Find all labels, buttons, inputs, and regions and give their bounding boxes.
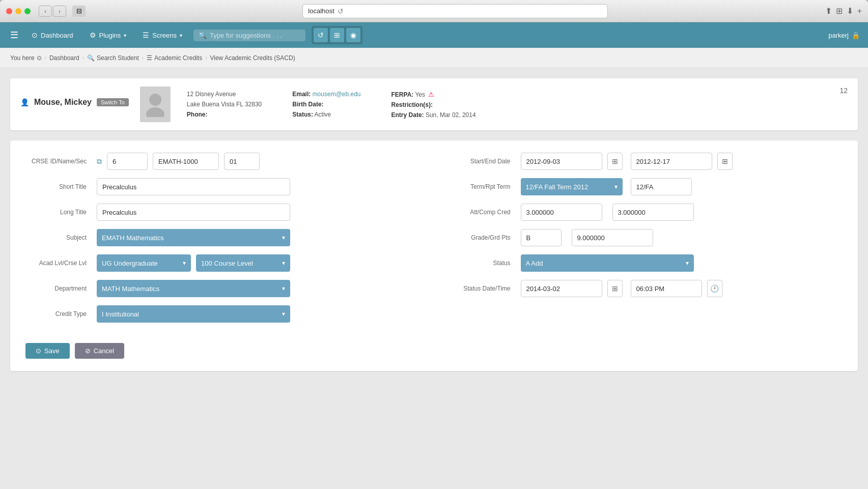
search-input[interactable]	[210, 32, 291, 39]
status-label: Status	[450, 260, 516, 267]
bc-academic-credits[interactable]: ☰ Academic Credits	[147, 54, 202, 62]
subject-row: Subject EMATH Mathematics	[25, 229, 419, 246]
student-name-section: 👤 Mouse, Mickey Switch To	[20, 98, 129, 107]
download-button[interactable]: ⬇	[847, 6, 853, 16]
search-icon: 🔍	[199, 32, 207, 39]
nav-screens[interactable]: ☰ Screens ▾	[137, 28, 187, 42]
att-cred-input[interactable]	[521, 204, 602, 221]
forward-button[interactable]: ›	[53, 6, 66, 17]
bc-credits-text: Academic Credits	[154, 54, 202, 62]
end-date-input[interactable]	[631, 153, 712, 170]
att-comp-row: Att/Comp Cred	[450, 204, 843, 221]
credit-type-select[interactable]: I Institutional	[97, 305, 290, 323]
start-date-calendar-btn[interactable]: ⊞	[607, 153, 623, 170]
form-left-col: CRSE ID/Name/Sec ⧉ Short Title Long Titl…	[25, 153, 419, 331]
acad-lvl-select[interactable]: UG Undergraduate	[97, 254, 191, 272]
nav-tool-refresh[interactable]: ↺	[314, 28, 328, 42]
refresh-button[interactable]: ↺	[338, 7, 344, 15]
tab-view-button[interactable]: ⊟	[72, 6, 86, 17]
student-ferpa-col: FERPA: Yes ⚠ Restriction(s): Entry Date:…	[391, 91, 476, 119]
app-nav: ☰ ⊙ Dashboard ⚙ Plugins ▾ ☰ Screens ▾ 🔍 …	[0, 22, 868, 48]
screens-icon: ☰	[143, 31, 149, 39]
student-name: Mouse, Mickey	[34, 98, 92, 107]
crse-id-input[interactable]	[107, 153, 148, 170]
share-button[interactable]: ⬆	[825, 6, 832, 16]
student-card: 👤 Mouse, Mickey Switch To 12 Disney Aven…	[10, 78, 858, 130]
credit-type-select-wrapper[interactable]: I Institutional	[97, 305, 290, 323]
person-icon: 👤	[20, 98, 29, 106]
status-time-clock-btn[interactable]: 🕐	[707, 280, 722, 297]
short-title-input[interactable]	[97, 178, 290, 195]
phone-label: Phone:	[187, 111, 208, 118]
nav-plugins[interactable]: ⚙ Plugins ▾	[85, 28, 132, 42]
rpt-term-input[interactable]	[631, 178, 692, 195]
nav-dashboard[interactable]: ⊙ Dashboard	[26, 28, 78, 42]
close-button[interactable]	[6, 8, 12, 14]
ferpa-row: FERPA: Yes ⚠	[391, 91, 476, 98]
maximize-button[interactable]	[24, 8, 31, 14]
bc-dashboard-text: Dashboard	[49, 54, 79, 62]
bc-you-here-text: You here	[10, 54, 35, 62]
status-select-wrapper[interactable]: A Add	[521, 254, 694, 272]
nav-tool-circle[interactable]: ◉	[346, 28, 360, 42]
credit-type-row: Credit Type I Institutional	[25, 305, 419, 323]
grade-pts-label: Grade/Grd Pts	[450, 234, 516, 241]
comp-cred-input[interactable]	[612, 204, 694, 221]
acad-lvl-row: Acad Lvl/Crse Lvl UG Undergraduate 100 C…	[25, 254, 419, 272]
status-select[interactable]: A Add	[521, 254, 694, 272]
bc-dashboard[interactable]: Dashboard	[49, 54, 79, 62]
crse-sec-input[interactable]	[224, 153, 260, 170]
start-date-input[interactable]	[521, 153, 602, 170]
switch-to-button[interactable]: Switch To	[97, 98, 129, 106]
minimize-button[interactable]	[15, 8, 21, 14]
crse-label: CRSE ID/Name/Sec	[25, 158, 92, 165]
nav-user[interactable]: parkerj 🔒	[828, 32, 860, 39]
status-date-input[interactable]	[521, 280, 602, 297]
window-tiles-button[interactable]: ⊞	[836, 6, 843, 16]
copy-icon[interactable]: ⧉	[97, 157, 102, 166]
department-select[interactable]: MATH Mathematics	[97, 280, 290, 297]
cancel-button[interactable]: ⊘ Cancel	[75, 343, 124, 359]
crse-row: CRSE ID/Name/Sec ⧉	[25, 153, 419, 170]
grd-pts-input[interactable]	[572, 229, 653, 246]
back-button[interactable]: ‹	[39, 6, 52, 17]
bc-you-here: You here ⊙	[10, 54, 42, 62]
status-time-input[interactable]	[631, 280, 702, 297]
end-date-calendar-btn[interactable]: ⊞	[717, 153, 733, 170]
subject-select-wrapper[interactable]: EMATH Mathematics	[97, 229, 290, 246]
restrictions-label: Restriction(s):	[391, 101, 433, 108]
url-bar[interactable]: localhost ↺	[302, 4, 608, 18]
birth-date-label: Birth Date:	[292, 101, 323, 108]
crse-name-input[interactable]	[153, 153, 219, 170]
bc-search-student[interactable]: 🔍 Search Student	[87, 54, 139, 62]
student-id: 12	[839, 87, 848, 95]
email-link[interactable]: mousem@eb.edu	[313, 91, 361, 98]
subject-select[interactable]: EMATH Mathematics	[97, 229, 290, 246]
bc-view-credits: View Academic Credits (SACD)	[210, 54, 295, 62]
term-select-wrapper[interactable]: 12/FA Fall Term 2012	[521, 178, 623, 195]
svg-point-0	[149, 94, 161, 106]
save-button[interactable]: ⊙ Save	[25, 343, 70, 359]
status-value: Active	[315, 111, 331, 118]
department-select-wrapper[interactable]: MATH Mathematics	[97, 280, 290, 297]
add-tab-button[interactable]: +	[857, 6, 862, 16]
crse-lvl-select-wrapper[interactable]: 100 Course Level	[196, 254, 290, 272]
bc-sep-4: ›	[205, 55, 207, 61]
entry-date-row: Entry Date: Sun, Mar 02, 2014	[391, 111, 476, 119]
crse-lvl-select[interactable]: 100 Course Level	[196, 254, 290, 272]
home-icon: ⊙	[37, 54, 42, 62]
address1: 12 Disney Avenue	[187, 91, 262, 98]
save-icon: ⊙	[36, 347, 41, 355]
term-select[interactable]: 12/FA Fall Term 2012	[521, 178, 623, 195]
search-bar[interactable]: 🔍	[193, 30, 305, 41]
long-title-input[interactable]	[97, 204, 290, 221]
hamburger-menu[interactable]: ☰	[8, 27, 20, 43]
acad-lvl-select-wrapper[interactable]: UG Undergraduate	[97, 254, 191, 272]
nav-tool-grid[interactable]: ⊞	[330, 28, 344, 42]
grade-input[interactable]	[521, 229, 562, 246]
bc-sep-2: ›	[82, 55, 84, 61]
save-label: Save	[44, 347, 60, 355]
avatar-image	[145, 92, 165, 117]
status-date-calendar-btn[interactable]: ⊞	[607, 280, 623, 297]
nav-arrows: ‹ ›	[39, 6, 66, 17]
